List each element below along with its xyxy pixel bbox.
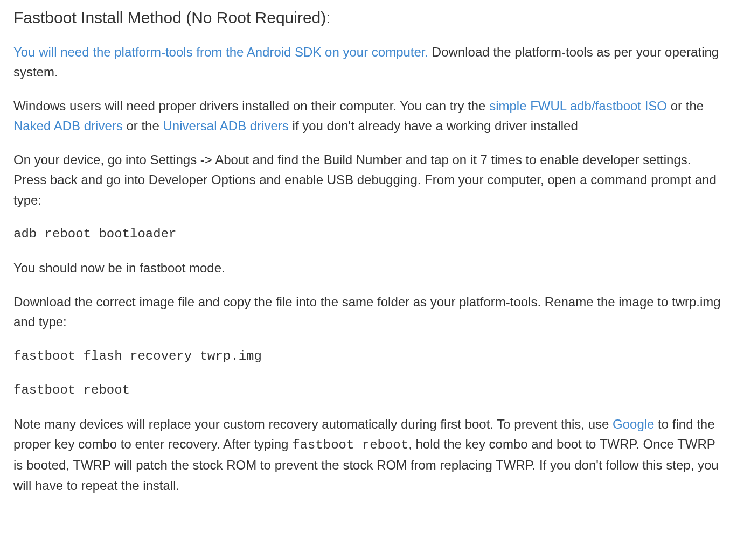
paragraph-fastboot-mode: You should now be in fastboot mode.	[13, 258, 724, 278]
text-windows-post: if you don't already have a working driv…	[289, 118, 578, 133]
link-fwul-iso[interactable]: simple FWUL adb/fastboot ISO	[489, 99, 667, 113]
paragraph-platform-tools: You will need the platform-tools from th…	[13, 42, 724, 82]
text-note-pre: Note many devices will replace your cust…	[13, 417, 613, 431]
paragraph-download-image: Download the correct image file and copy…	[13, 292, 724, 332]
paragraph-note-recovery: Note many devices will replace your cust…	[13, 414, 724, 495]
link-naked-adb[interactable]: Naked ADB drivers	[13, 118, 123, 133]
text-or-2: or the	[123, 118, 163, 133]
paragraph-developer-options: On your device, go into Settings -> Abou…	[13, 150, 724, 210]
text-or-1: or the	[667, 99, 704, 113]
link-platform-tools[interactable]: You will need the platform-tools from th…	[13, 45, 428, 59]
command-fastboot-reboot: fastboot reboot	[13, 380, 724, 400]
paragraph-windows-drivers: Windows users will need proper drivers i…	[13, 96, 724, 136]
inline-code-fastboot-reboot: fastboot reboot	[292, 438, 408, 452]
command-fastboot-flash: fastboot flash recovery twrp.img	[13, 346, 724, 366]
link-google[interactable]: Google	[613, 417, 654, 431]
text-windows-pre: Windows users will need proper drivers i…	[13, 99, 489, 113]
command-adb-reboot: adb reboot bootloader	[13, 224, 724, 244]
section-heading: Fastboot Install Method (No Root Require…	[13, 5, 724, 34]
link-universal-adb[interactable]: Universal ADB drivers	[163, 118, 288, 133]
